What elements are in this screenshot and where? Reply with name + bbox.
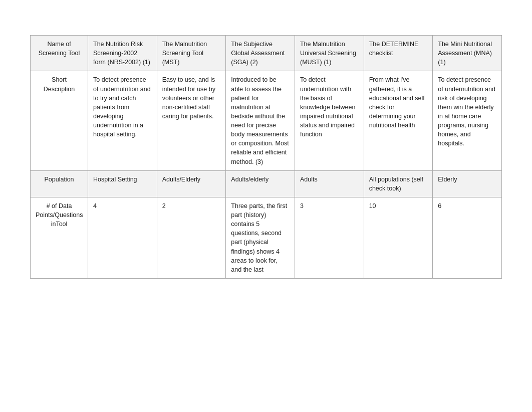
table-cell-r2-c4: All populations (self check took) <box>364 170 433 197</box>
table-cell-r3-c4: 10 <box>364 197 433 278</box>
table-cell-r3-c5: 6 <box>433 197 502 278</box>
row-label-1: Short Description <box>31 71 88 170</box>
table-cell-r3-c2: Three parts, the first part (history) co… <box>226 197 295 278</box>
table-cell-r2-c2: Adults/elderly <box>226 170 295 197</box>
table-cell-r1-c0: To detect presence of undernutrition and… <box>88 71 157 170</box>
table-cell-r2-c1: Adults/Elderly <box>157 170 226 197</box>
table-cell-r0-c1: The Malnutrition Screening Tool (MST) <box>157 36 226 71</box>
table-cell-r3-c1: 2 <box>157 197 226 278</box>
table-cell-r0-c4: The DETERMINE checklist <box>364 36 433 71</box>
table-cell-r0-c3: The Malnutrition Universal Screening (MU… <box>295 36 364 71</box>
table-cell-r3-c0: 4 <box>88 197 157 278</box>
table-cell-r1-c1: Easy to use, and is intended for use by … <box>157 71 226 170</box>
table-cell-r3-c3: 3 <box>295 197 364 278</box>
table-cell-r2-c0: Hospital Setting <box>88 170 157 197</box>
comparison-table: Name of Screening ToolThe Nutrition Risk… <box>30 35 502 279</box>
row-label-2: Population <box>31 170 88 197</box>
table-cell-r0-c0: The Nutrition Risk Screening-2002 form (… <box>88 36 157 71</box>
table-cell-r1-c2: Introduced to be able to assess the pati… <box>226 71 295 170</box>
table-cell-r1-c3: To detect undernutrition with the basis … <box>295 71 364 170</box>
table-cell-r0-c2: The Subjective Global Assessment (SGA) (… <box>226 36 295 71</box>
table-cell-r2-c3: Adults <box>295 170 364 197</box>
row-label-0: Name of Screening Tool <box>31 36 88 71</box>
table-cell-r0-c5: The Mini Nutritional Assessment (MNA) (1… <box>433 36 502 71</box>
table-cell-r1-c4: From what i've gathered, it is a educati… <box>364 71 433 170</box>
table-cell-r2-c5: Elderly <box>433 170 502 197</box>
row-label-3: # of Data Points/Questions inTool <box>31 197 88 278</box>
table-cell-r1-c5: To detect presence of undernutrition and… <box>433 71 502 170</box>
